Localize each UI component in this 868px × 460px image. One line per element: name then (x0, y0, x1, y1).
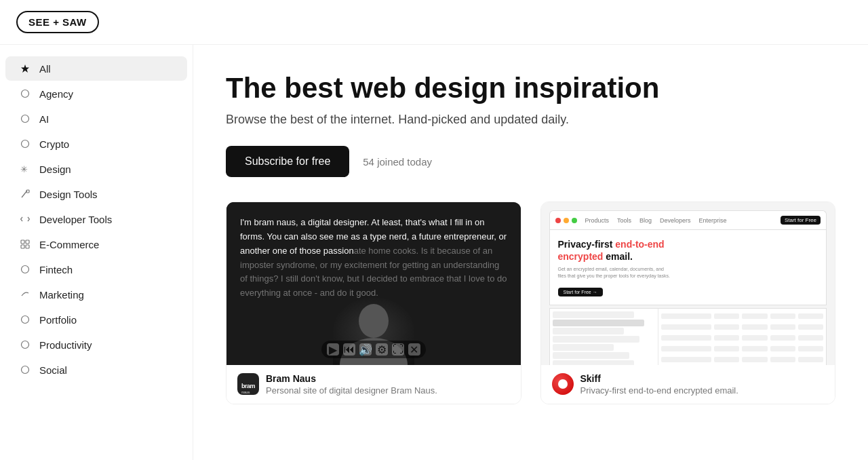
svg-point-14 (22, 366, 29, 374)
svg-rect-10 (26, 245, 29, 248)
svg-point-15 (359, 304, 389, 338)
sidebar-item-marketing[interactable]: Marketing (5, 282, 187, 307)
skiff-card-desc: Privacy-first end-to-end encrypted email… (580, 385, 825, 396)
sidebar-item-portfolio[interactable]: Portfolio (5, 307, 187, 332)
ecommerce-icon (19, 238, 31, 250)
svg-point-13 (22, 341, 29, 349)
sidebar-item-developer-tools[interactable]: Developer Tools (5, 207, 187, 231)
sidebar-label-design: Design (39, 164, 71, 175)
hero-subtitle: Browse the best of the internet. Hand-pi… (226, 113, 633, 127)
productivity-icon (19, 339, 31, 351)
sidebar-item-social[interactable]: Social (5, 358, 187, 382)
sidebar-item-productivity[interactable]: Productivity (5, 332, 187, 357)
svg-point-1 (22, 90, 29, 98)
sidebar-label-ecommerce: E-Commerce (39, 239, 99, 250)
joined-count: 54 joined today (363, 156, 432, 168)
sidebar-label-social: Social (39, 364, 67, 376)
svg-rect-9 (21, 245, 24, 248)
svg-point-12 (22, 316, 29, 324)
portfolio-icon (19, 313, 31, 326)
sidebar-label-fintech: Fintech (39, 264, 73, 275)
sidebar-item-design[interactable]: ✳ Design (5, 157, 187, 181)
card-footer-skiff: Skiff Privacy-first end-to-end encrypted… (541, 365, 835, 404)
cta-row: Subscribe for free 54 joined today (226, 146, 835, 177)
sidebar-item-fintech[interactable]: Fintech (5, 257, 187, 282)
sidebar-item-agency[interactable]: Agency (5, 81, 187, 106)
settings-icon: ⚙ (376, 343, 388, 356)
skiff-logo-inner (558, 379, 568, 389)
sidebar-label-agency: Agency (39, 88, 73, 100)
skiff-sidebar-mini (550, 309, 658, 366)
agency-icon (19, 88, 31, 100)
layout: All Agency AI (0, 45, 868, 460)
sidebar: All Agency AI (0, 45, 193, 460)
logo[interactable]: SEE + SAW (16, 11, 99, 33)
sidebar-item-ecommerce[interactable]: E-Commerce (5, 232, 187, 256)
sidebar-label-ai: AI (39, 113, 49, 125)
bram-card-desc: Personal site of digital designer Bram N… (266, 385, 510, 396)
sidebar-label-developer-tools: Developer Tools (39, 214, 112, 225)
sidebar-label-portfolio: Portfolio (39, 314, 77, 326)
sidebar-item-crypto[interactable]: Crypto (5, 132, 187, 156)
crypto-icon (19, 138, 31, 150)
skiff-hero-cta: Start for Free → (558, 288, 603, 296)
star-icon (19, 62, 31, 75)
svg-point-3 (22, 140, 29, 148)
skip-back-icon: ⏮ (343, 343, 355, 356)
developer-tools-icon (19, 213, 31, 225)
svg-rect-6 (26, 190, 29, 193)
skiff-card-info: Skiff Privacy-first end-to-end encrypted… (580, 373, 825, 396)
sidebar-item-ai[interactable]: AI (5, 107, 187, 131)
svg-text:bram: bram (241, 383, 256, 389)
svg-rect-7 (21, 240, 24, 244)
skiff-hero-subtitle: Get an encrypted email, calendar, docume… (558, 266, 818, 280)
skiff-browser-bar: Products Tools Blog Developers Enterpris… (549, 210, 827, 229)
design-icon: ✳ (19, 163, 31, 175)
main-content: The best web design inspiration Browse t… (193, 45, 868, 460)
bram-card-info: Bram Naus Personal site of digital desig… (266, 373, 510, 396)
bram-overlay-text: I'm bram naus, a digital designer. At le… (240, 216, 507, 301)
sidebar-label-crypto: Crypto (39, 138, 69, 150)
card-skiff[interactable]: Products Tools Blog Developers Enterpris… (540, 202, 836, 404)
bram-video-controls: ▶ ⏮ 🔊 ⚙ ⛶ ✕ (321, 341, 426, 358)
browser-max-dot (572, 218, 577, 223)
marketing-icon (19, 288, 31, 301)
social-icon (19, 364, 31, 376)
skiff-content-mini (658, 309, 827, 366)
play-icon: ▶ (327, 343, 339, 356)
browser-tabs: Products Tools Blog Developers Enterpris… (585, 217, 727, 224)
sidebar-label-design-tools: Design Tools (39, 189, 98, 200)
expand-icon: ⛶ (392, 343, 404, 356)
ai-icon (19, 113, 31, 125)
volume-icon: 🔊 (359, 343, 372, 356)
card-bram-naus[interactable]: I'm bram naus, a digital designer. At le… (226, 202, 521, 404)
subscribe-button[interactable]: Subscribe for free (226, 146, 349, 177)
sidebar-label-marketing: Marketing (39, 289, 84, 301)
sidebar-label-productivity: Productivity (39, 339, 92, 351)
skiff-sidebar-row (553, 311, 635, 318)
skiff-card-name: Skiff (580, 373, 825, 384)
browser-min-dot (564, 218, 569, 223)
bram-card-name: Bram Naus (266, 373, 510, 384)
sidebar-label-all: All (39, 63, 51, 75)
design-tools-icon (19, 188, 31, 200)
browser-close-dot (555, 218, 561, 223)
sidebar-item-all[interactable]: All (5, 56, 187, 81)
skiff-table (549, 308, 827, 366)
cards-grid: I'm bram naus, a digital designer. At le… (226, 202, 835, 404)
svg-point-2 (22, 115, 29, 123)
card-footer-bram: bram naus Bram Naus Personal site of dig… (226, 365, 521, 404)
close-icon: ✕ (408, 343, 420, 356)
bram-logo: bram naus (237, 373, 259, 395)
skiff-logo (552, 373, 574, 395)
svg-rect-8 (26, 240, 29, 244)
skiff-hero-title: Privacy-first end-to-endencrypted email. (558, 238, 818, 263)
header: SEE + SAW (0, 0, 868, 45)
skiff-hero: Privacy-first end-to-endencrypted email.… (549, 229, 827, 305)
svg-text:✳: ✳ (20, 164, 28, 174)
page-title: The best web design inspiration (226, 72, 667, 104)
fintech-icon (19, 263, 31, 275)
svg-text:naus: naus (241, 390, 250, 394)
card-image-skiff: Products Tools Blog Developers Enterpris… (541, 202, 835, 365)
sidebar-item-design-tools[interactable]: Design Tools (5, 182, 187, 206)
